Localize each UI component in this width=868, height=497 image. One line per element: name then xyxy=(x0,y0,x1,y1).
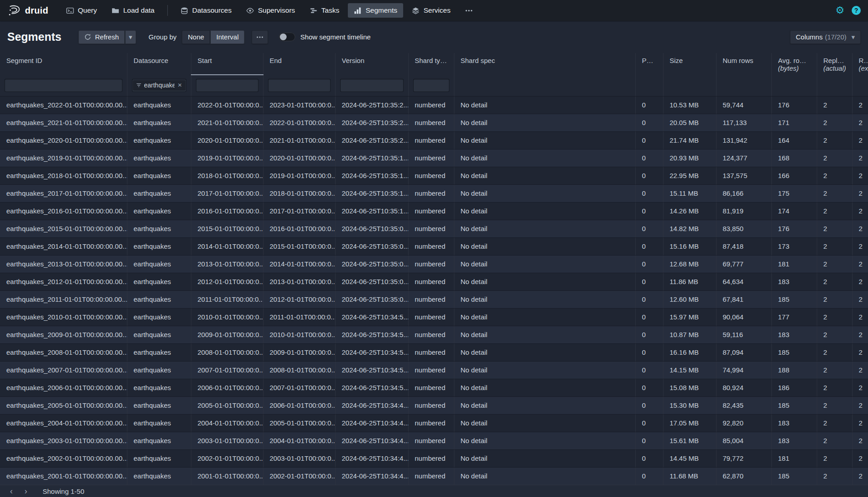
cell-avg-row-size[interactable]: 183 xyxy=(771,326,817,343)
cell-num-rows[interactable]: 59,744 xyxy=(716,96,771,114)
nav-item-more[interactable] xyxy=(459,4,479,18)
cell-segment-id[interactable]: earthquakes_2006-01-01T00:00:00.00... xyxy=(0,379,127,396)
cell-replication-factor[interactable]: 2 xyxy=(852,449,868,467)
cell-size[interactable]: 15.97 MB xyxy=(663,308,716,326)
cell-partition[interactable]: 0 xyxy=(635,96,663,114)
cell-replication-factor[interactable]: 2 xyxy=(852,361,868,379)
previous-page-button[interactable]: ‹ xyxy=(5,486,18,496)
more-options-button[interactable] xyxy=(252,30,268,44)
cell-datasource[interactable]: earthquakes xyxy=(127,432,191,449)
cell-datasource[interactable]: earthquakes xyxy=(127,379,191,396)
cell-version[interactable]: 2024-06-25T10:34:4... xyxy=(335,396,408,414)
cell-start[interactable]: 2013-01-01T00:00:0... xyxy=(191,255,263,273)
cell-datasource[interactable]: earthquakes xyxy=(127,414,191,432)
cell-shard-spec[interactable]: No detail xyxy=(454,326,635,343)
cell-avg-row-size[interactable]: 185 xyxy=(771,290,817,308)
cell-replication-factor[interactable]: 2 xyxy=(852,273,868,290)
cell-datasource[interactable]: earthquakes xyxy=(127,326,191,343)
cell-size[interactable]: 14.82 MB xyxy=(663,220,716,237)
cell-shard-type[interactable]: numbered xyxy=(408,273,454,290)
cell-version[interactable]: 2024-06-25T10:35:1... xyxy=(335,202,408,220)
cell-replicas[interactable]: 2 xyxy=(817,449,852,467)
cell-num-rows[interactable]: 137,575 xyxy=(716,167,771,184)
cell-shard-type[interactable]: numbered xyxy=(408,432,454,449)
cell-shard-type[interactable]: numbered xyxy=(408,149,454,167)
cell-datasource[interactable]: earthquakes xyxy=(127,237,191,255)
cell-datasource[interactable]: earthquakes xyxy=(127,449,191,467)
cell-partition[interactable]: 0 xyxy=(635,308,663,326)
cell-avg-row-size[interactable]: 183 xyxy=(771,273,817,290)
cell-replication-factor[interactable]: 2 xyxy=(852,202,868,220)
column-header-end[interactable]: End xyxy=(263,53,335,75)
cell-end[interactable]: 2002-01-01T00:00:0... xyxy=(263,467,335,485)
cell-shard-spec[interactable]: No detail xyxy=(454,220,635,237)
nav-item-services[interactable]: Services xyxy=(406,3,456,18)
cell-size[interactable]: 12.68 MB xyxy=(663,255,716,273)
cell-segment-id[interactable]: earthquakes_2016-01-01T00:00:00.00... xyxy=(0,202,127,220)
cell-size[interactable]: 10.87 MB xyxy=(663,326,716,343)
column-header-replication-factor[interactable]: Replication factor(expected) xyxy=(852,53,868,75)
refresh-button[interactable]: Refresh xyxy=(78,30,125,44)
cell-partition[interactable]: 0 xyxy=(635,379,663,396)
cell-replicas[interactable]: 2 xyxy=(817,290,852,308)
cell-shard-type[interactable]: numbered xyxy=(408,414,454,432)
cell-num-rows[interactable]: 74,994 xyxy=(716,361,771,379)
cell-replicas[interactable]: 2 xyxy=(817,379,852,396)
cell-num-rows[interactable]: 81,919 xyxy=(716,202,771,220)
cell-partition[interactable]: 0 xyxy=(635,202,663,220)
cell-end[interactable]: 2018-01-01T00:00:0... xyxy=(263,184,335,202)
column-header-size[interactable]: Size xyxy=(663,53,716,75)
cell-version[interactable]: 2024-06-25T10:34:4... xyxy=(335,432,408,449)
cell-partition[interactable]: 0 xyxy=(635,131,663,149)
cell-shard-spec[interactable]: No detail xyxy=(454,131,635,149)
cell-replicas[interactable]: 2 xyxy=(817,255,852,273)
cell-end[interactable]: 2017-01-01T00:00:0... xyxy=(263,202,335,220)
cell-end[interactable]: 2014-01-01T00:00:0... xyxy=(263,255,335,273)
cell-avg-row-size[interactable]: 164 xyxy=(771,131,817,149)
cell-end[interactable]: 2019-01-01T00:00:0... xyxy=(263,167,335,184)
cell-segment-id[interactable]: earthquakes_2021-01-01T00:00:00.00... xyxy=(0,114,127,131)
cell-replicas[interactable]: 2 xyxy=(817,273,852,290)
cell-datasource[interactable]: earthquakes xyxy=(127,467,191,485)
cell-shard-type[interactable]: numbered xyxy=(408,361,454,379)
cell-segment-id[interactable]: earthquakes_2020-01-01T00:00:00.00... xyxy=(0,131,127,149)
cell-version[interactable]: 2024-06-25T10:34:4... xyxy=(335,414,408,432)
cell-replication-factor[interactable]: 2 xyxy=(852,114,868,131)
cell-datasource[interactable]: earthquakes xyxy=(127,96,191,114)
cell-replication-factor[interactable]: 2 xyxy=(852,326,868,343)
cell-shard-spec[interactable]: No detail xyxy=(454,273,635,290)
cell-num-rows[interactable]: 92,820 xyxy=(716,414,771,432)
cell-size[interactable]: 22.95 MB xyxy=(663,167,716,184)
cell-replicas[interactable]: 2 xyxy=(817,308,852,326)
cell-version[interactable]: 2024-06-25T10:34:4... xyxy=(335,449,408,467)
cell-shard-spec[interactable]: No detail xyxy=(454,343,635,361)
cell-partition[interactable]: 0 xyxy=(635,432,663,449)
cell-shard-type[interactable]: numbered xyxy=(408,184,454,202)
cell-shard-spec[interactable]: No detail xyxy=(454,432,635,449)
cell-partition[interactable]: 0 xyxy=(635,326,663,343)
cell-segment-id[interactable]: earthquakes_2017-01-01T00:00:00.00... xyxy=(0,184,127,202)
cell-version[interactable]: 2024-06-25T10:35:0... xyxy=(335,290,408,308)
cell-version[interactable]: 2024-06-25T10:34:5... xyxy=(335,361,408,379)
cell-shard-spec[interactable]: No detail xyxy=(454,167,635,184)
cell-datasource[interactable]: earthquakes xyxy=(127,220,191,237)
cell-start[interactable]: 2008-01-01T00:00:0... xyxy=(191,343,263,361)
cell-size[interactable]: 20.93 MB xyxy=(663,149,716,167)
cell-replication-factor[interactable]: 2 xyxy=(852,467,868,485)
cell-end[interactable]: 2009-01-01T00:00:0... xyxy=(263,343,335,361)
cell-segment-id[interactable]: earthquakes_2011-01-01T00:00:00.00... xyxy=(0,290,127,308)
cell-replication-factor[interactable]: 2 xyxy=(852,396,868,414)
cell-avg-row-size[interactable]: 188 xyxy=(771,361,817,379)
cell-num-rows[interactable]: 59,116 xyxy=(716,326,771,343)
cell-size[interactable]: 16.16 MB xyxy=(663,343,716,361)
cell-datasource[interactable]: earthquakes xyxy=(127,184,191,202)
nav-item-load-data[interactable]: Load data xyxy=(106,3,161,18)
cell-size[interactable]: 10.53 MB xyxy=(663,96,716,114)
cell-shard-spec[interactable]: No detail xyxy=(454,308,635,326)
remove-filter-icon[interactable]: ✕ xyxy=(177,82,182,88)
cell-version[interactable]: 2024-06-25T10:35:1... xyxy=(335,149,408,167)
toggle-switch-track[interactable] xyxy=(279,33,295,41)
nav-item-query[interactable]: Query xyxy=(60,3,103,18)
cell-datasource[interactable]: earthquakes xyxy=(127,396,191,414)
cell-start[interactable]: 2022-01-01T00:00:0... xyxy=(191,96,263,114)
